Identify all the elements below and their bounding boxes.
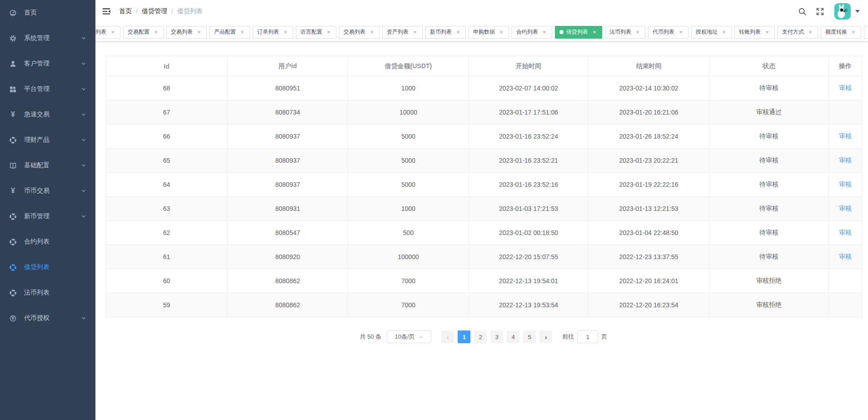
prev-page-button[interactable]: ‹ (441, 330, 454, 343)
next-page-button[interactable]: › (539, 330, 552, 343)
tab-新币列表[interactable]: 新币列表× (425, 26, 466, 39)
tab-授权地址[interactable]: 授权地址× (691, 26, 732, 39)
search-icon[interactable] (798, 7, 807, 16)
goto-page-input[interactable] (577, 330, 598, 343)
sidebar-item-wealth[interactable]: 理财产品 (0, 127, 95, 153)
tab-close-icon[interactable]: × (196, 29, 202, 35)
tab-转账列表[interactable]: 转账列表× (734, 26, 775, 39)
cell-action: 审核 (829, 76, 862, 100)
cell-end: 2023-01-04 22:48:50 (589, 221, 709, 245)
navbar-right (789, 3, 860, 20)
table-row: 64808093750002023-01-16 23:52:162023-01-… (106, 173, 862, 197)
tab-交易列表[interactable]: 交易列表× (166, 26, 207, 39)
page-button-1[interactable]: 1 (458, 330, 470, 343)
cell-status: 待审核 (709, 221, 829, 245)
review-link[interactable]: 审核 (839, 84, 852, 91)
review-link[interactable]: 审核 (839, 205, 852, 212)
tab-close-icon[interactable]: × (807, 29, 813, 35)
sidebar-item-home[interactable]: 首页 (0, 0, 95, 25)
sidebar-item-base-config[interactable]: 基础配置 (0, 153, 95, 178)
sidebar-item-customer[interactable]: 客户管理 (0, 51, 95, 76)
cell-id: 63 (106, 197, 228, 221)
cell-user_id: 8080920 (228, 245, 348, 269)
page-button-3[interactable]: 3 (490, 330, 503, 343)
sidebar-item-system[interactable]: 系统管理 (0, 25, 95, 51)
tabs-bar: 币种列表×交易配置×交易列表×产品配置×订单列表×语言配置×交易列表×资产列表×… (95, 23, 868, 42)
tab-交易配置[interactable]: 交易配置× (123, 26, 164, 39)
cell-end: 2022-12-23 13:37:55 (589, 245, 709, 269)
caret-down-icon[interactable] (855, 10, 860, 13)
tab-额度转换[interactable]: 额度转换× (821, 26, 861, 39)
tab-代币列表[interactable]: 代币列表× (648, 26, 688, 39)
page-button-5[interactable]: 5 (523, 330, 536, 343)
tab-借贷列表[interactable]: 借贷列表× (555, 26, 602, 39)
tab-close-icon[interactable]: × (678, 29, 684, 35)
sidebar-item-token-auth[interactable]: 代币授权 (0, 305, 95, 331)
review-link[interactable]: 审核 (839, 253, 852, 260)
cell-action (829, 293, 862, 317)
sidebar-item-coin-trade[interactable]: ¥币币交易 (0, 178, 95, 204)
sidebar-item-label: 客户管理 (24, 60, 81, 68)
page-size-select[interactable]: 10条/页 (387, 330, 431, 343)
tab-close-icon[interactable]: × (721, 29, 727, 35)
tab-分销管理[interactable]: 分销管理× (864, 26, 868, 39)
cell-amount: 1000 (348, 197, 469, 221)
page-button-4[interactable]: 4 (507, 330, 519, 343)
tab-close-icon[interactable]: × (153, 29, 159, 35)
tab-close-icon[interactable]: × (325, 29, 332, 35)
tab-close-icon[interactable]: × (764, 29, 770, 35)
tab-close-icon[interactable]: × (850, 29, 857, 35)
sidebar-item-platform[interactable]: 平台管理 (0, 76, 95, 102)
sidebar-item-label: 币币交易 (24, 187, 81, 195)
tab-申购数据[interactable]: 申购数据× (469, 26, 509, 39)
tab-法币列表[interactable]: 法币列表× (605, 26, 645, 39)
sidebar-item-contract-list[interactable]: 合约列表 (0, 229, 95, 255)
avatar[interactable] (834, 3, 851, 20)
tab-label: 交易配置 (128, 28, 150, 36)
chevron-down-icon (81, 163, 86, 168)
tab-close-icon[interactable]: × (541, 29, 548, 35)
sidebar-item-label: 合约列表 (24, 238, 86, 246)
tab-close-icon[interactable]: × (591, 29, 598, 35)
tab-close-icon[interactable]: × (369, 29, 375, 35)
tab-合约列表[interactable]: 合约列表× (512, 26, 552, 39)
sidebar-collapse-icon[interactable] (102, 7, 111, 16)
tab-close-icon[interactable]: × (282, 29, 289, 35)
cell-user_id: 8080931 (228, 197, 348, 221)
tab-close-icon[interactable]: × (110, 29, 116, 35)
sidebar-item-loan-list[interactable]: 借贷列表 (0, 255, 95, 280)
tab-close-icon[interactable]: × (239, 29, 245, 35)
cell-status: 待审核 (709, 173, 829, 197)
tab-label: 交易列表 (344, 28, 365, 36)
fullscreen-icon[interactable] (816, 7, 824, 16)
tab-语言配置[interactable]: 语言配置× (296, 26, 336, 39)
column-header: 用户id (228, 56, 348, 76)
breadcrumb-item[interactable]: 借贷管理 (142, 7, 167, 15)
tab-close-icon[interactable]: × (634, 29, 641, 35)
sidebar-item-express-trade[interactable]: ¥急速交易 (0, 102, 95, 127)
sidebar-item-new-coin[interactable]: 新币管理 (0, 204, 95, 229)
cell-end: 2022-12-20 16:23:54 (589, 293, 709, 317)
tab-订单列表[interactable]: 订单列表× (253, 26, 293, 39)
table-row: 6180809201000002022-12-20 15:07:552022-1… (106, 245, 862, 269)
tab-close-icon[interactable]: × (455, 29, 461, 35)
tab-资产列表[interactable]: 资产列表× (382, 26, 423, 39)
table-body: 68808095110002023-02-07 14:00:022023-02-… (106, 76, 862, 317)
tab-产品配置[interactable]: 产品配置× (210, 26, 250, 39)
tab-close-icon[interactable]: × (412, 29, 418, 35)
review-link[interactable]: 审核 (839, 132, 852, 140)
tab-支付方式[interactable]: 支付方式× (778, 26, 818, 39)
tab-label: 申购数据 (473, 28, 495, 36)
breadcrumb-item[interactable]: 首页 (119, 7, 132, 15)
page-buttons: 12345 (456, 330, 538, 343)
cell-amount: 500 (348, 221, 469, 245)
sidebar-item-fiat-list[interactable]: 法币列表 (0, 280, 95, 305)
tab-close-icon[interactable]: × (498, 29, 504, 35)
tab-交易列表[interactable]: 交易列表× (339, 26, 379, 39)
review-link[interactable]: 审核 (839, 180, 852, 188)
review-link[interactable]: 审核 (839, 156, 852, 164)
tab-label: 借贷列表 (566, 28, 588, 36)
tab-币种列表[interactable]: 币种列表× (95, 26, 120, 39)
page-button-2[interactable]: 2 (474, 330, 487, 343)
review-link[interactable]: 审核 (839, 229, 852, 236)
